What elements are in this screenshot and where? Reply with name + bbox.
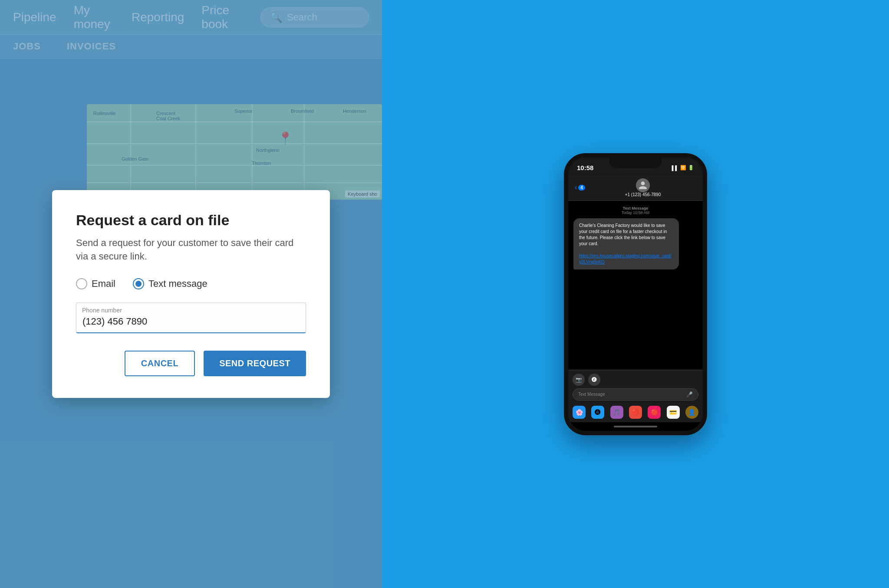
phone-home-bar <box>568 422 703 431</box>
radio-group: Email Text message <box>76 278 306 289</box>
radio-text-circle <box>133 278 144 289</box>
right-panel: 10:58 ▌▌ 🛜 🔋 ‹ 4 +1 (123) 456-7890 <box>382 0 889 588</box>
back-button[interactable]: ‹ 4 <box>575 184 585 191</box>
phone-input-group: Phone number <box>76 302 306 333</box>
radio-email-option[interactable]: Email <box>76 278 115 289</box>
message-body-text: Charlie's Cleaning Factory would like to… <box>579 223 667 246</box>
soundcloud-icon[interactable]: 🎵 <box>610 406 623 419</box>
radio-text-option[interactable]: Text message <box>133 278 207 289</box>
radio-email-label: Email <box>92 278 115 289</box>
message-date: Today 10:58 AM <box>622 210 650 215</box>
message-toolbar: 📷 🅐 <box>573 374 698 386</box>
mic-icon: 🎤 <box>686 391 693 397</box>
contact-number: +1 (123) 456-7890 <box>625 192 661 197</box>
phone-notch <box>609 158 662 168</box>
google-icon[interactable]: 🔴 <box>629 406 642 419</box>
phone-status-icons: ▌▌ 🛜 🔋 <box>672 165 694 171</box>
request-card-dialog: Request a card on file Send a request fo… <box>52 190 330 398</box>
dialog-subtitle: Send a request for your customer to save… <box>76 237 306 263</box>
dialog-actions: CANCEL SEND REQUEST <box>76 351 306 376</box>
appstore-icon[interactable]: 🅐 <box>588 374 600 386</box>
messages-header: ‹ 4 +1 (123) 456-7890 <box>568 175 703 201</box>
chevron-left-icon: ‹ <box>575 184 577 191</box>
dialog-title: Request a card on file <box>76 212 306 229</box>
message-input-placeholder: Text Message <box>578 392 605 397</box>
wifi-icon: 🛜 <box>680 165 686 171</box>
phone-mockup: 10:58 ▌▌ 🛜 🔋 ‹ 4 +1 (123) 456-7890 <box>564 153 707 435</box>
message-badge: 4 <box>578 185 585 191</box>
photos-icon[interactable]: 🌸 <box>573 406 586 419</box>
dialog-overlay: Request a card on file Send a request fo… <box>0 0 382 588</box>
red-icon[interactable]: 🔴 <box>648 406 661 419</box>
contact-info: +1 (123) 456-7890 <box>589 178 696 197</box>
phone-input-label: Phone number <box>82 307 122 314</box>
messages-input-area: 📷 🅐 Text Message 🎤 <box>568 370 703 404</box>
message-link[interactable]: https://pro.housecallpro-staging.com/sav… <box>579 253 672 264</box>
home-indicator[interactable] <box>614 426 657 427</box>
battery-icon: 🔋 <box>688 165 694 171</box>
camera-icon[interactable]: 📷 <box>573 374 585 386</box>
message-input-row: Text Message 🎤 <box>573 388 698 401</box>
appstore2-icon[interactable]: 🅐 <box>591 406 604 419</box>
cancel-button[interactable]: CANCEL <box>125 351 195 376</box>
radio-text-label: Text message <box>148 278 207 289</box>
avatar2-icon[interactable]: 👤 <box>685 406 698 419</box>
message-type: Text Message <box>573 206 698 210</box>
contact-avatar <box>636 178 650 192</box>
send-request-button[interactable]: SEND REQUEST <box>204 351 306 376</box>
applepay-icon[interactable]: 💳 <box>667 406 680 419</box>
messages-body: Text Message Today 10:58 AM Charlie's Cl… <box>568 201 703 370</box>
avatar-icon <box>638 181 648 190</box>
message-input-box[interactable]: Text Message 🎤 <box>573 388 698 401</box>
app-icons-row: 🌸 🅐 🎵 🔴 🔴 💳 👤 <box>568 404 703 422</box>
app-background: Pipeline My money Reporting Price book 🔍… <box>0 0 382 588</box>
phone-time: 10:58 <box>577 164 593 171</box>
signal-icon: ▌▌ <box>672 165 678 171</box>
message-bubble: Charlie's Cleaning Factory would like to… <box>573 218 679 269</box>
radio-email-circle <box>76 278 87 289</box>
message-date-header: Text Message Today 10:58 AM <box>573 206 698 215</box>
